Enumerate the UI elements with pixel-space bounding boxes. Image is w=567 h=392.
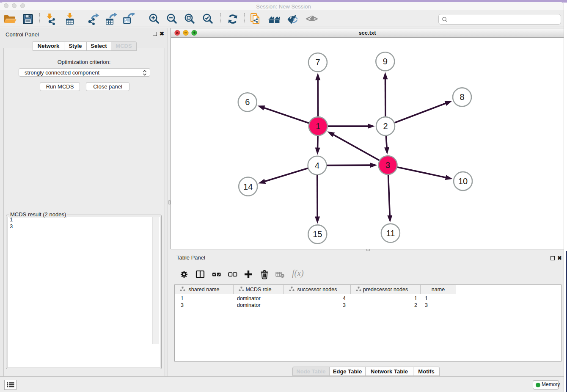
svg-text:8: 8: [460, 92, 464, 102]
svg-text:2: 2: [383, 121, 388, 131]
svg-text:1: 1: [316, 121, 320, 131]
svg-text:3: 3: [385, 160, 390, 170]
svg-text:7: 7: [315, 58, 320, 67]
svg-text:4: 4: [315, 161, 319, 170]
svg-text:15: 15: [313, 229, 322, 239]
svg-text:14: 14: [243, 182, 253, 191]
svg-text:11: 11: [386, 229, 395, 238]
svg-text:10: 10: [458, 177, 468, 186]
svg-text:9: 9: [383, 57, 388, 66]
svg-text:6: 6: [245, 97, 250, 107]
